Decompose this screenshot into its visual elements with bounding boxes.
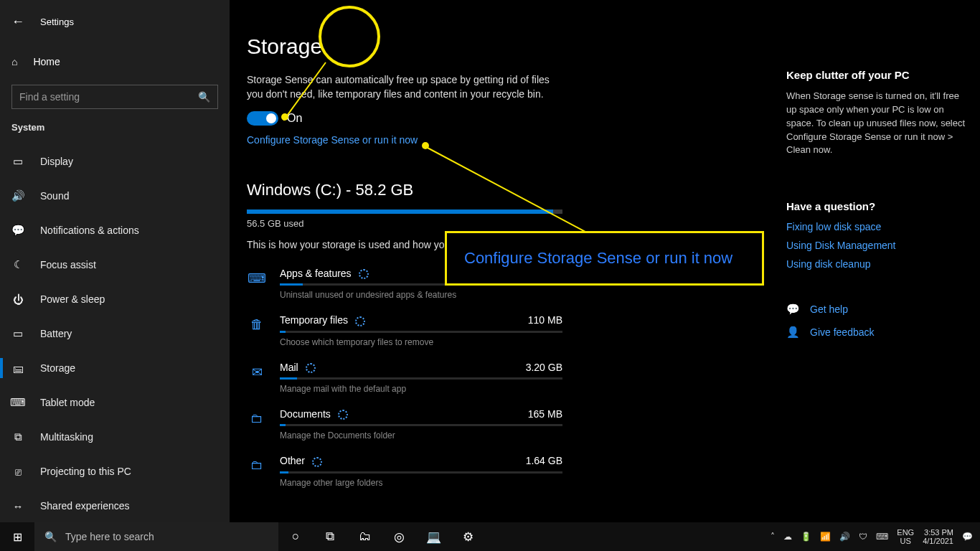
taskbar-app-remote[interactable]: 💻: [416, 522, 451, 551]
category-subtext: Manage other large folders: [280, 478, 562, 488]
nav-label: Display: [40, 156, 73, 167]
page-title: Storage: [247, 34, 980, 59]
nav-label: Battery: [40, 328, 72, 339]
configure-storage-sense-link[interactable]: Configure Storage Sense or run it now: [247, 134, 418, 146]
clock[interactable]: 3:53 PM4/1/2021: [923, 528, 953, 545]
main-content: Storage Storage Sense can automatically …: [230, 0, 980, 522]
nav-icon: ⧉: [11, 430, 24, 443]
sidebar-item-shared-experiences[interactable]: ↔Shared experiences: [0, 489, 230, 523]
battery-icon[interactable]: 🔋: [801, 532, 811, 542]
category-name: Documents: [280, 408, 348, 420]
taskbar-app-cortana[interactable]: ○: [278, 522, 313, 551]
nav-icon: ▭: [11, 155, 24, 168]
nav-label: Multitasking: [40, 431, 93, 443]
nav-icon: ▭: [11, 327, 24, 340]
storage-category-list: ⌨ Apps & features Uninstall unused or un…: [247, 260, 562, 494]
category-size: 110 MB: [528, 314, 562, 326]
nav-list: ▭Display🔊Sound💬Notifications & actions☾F…: [0, 144, 230, 523]
category-icon: 🗀: [247, 408, 267, 441]
sidebar-item-sound[interactable]: 🔊Sound: [0, 179, 230, 213]
storage-sense-toggle[interactable]: [247, 111, 278, 126]
sidebar-item-focus-assist[interactable]: ☾Focus assist: [0, 248, 230, 282]
search-icon: 🔍: [44, 531, 57, 542]
storage-category-mail[interactable]: ✉ Mail3.20 GB Manage mail with the defau…: [247, 354, 562, 401]
give-feedback-link[interactable]: 👤 Give feedback: [786, 326, 966, 339]
help-link-fixing-low-disk-space[interactable]: Fixing low disk space: [786, 221, 966, 232]
nav-label: Notifications & actions: [40, 225, 139, 236]
security-icon[interactable]: 🛡: [859, 532, 867, 542]
storage-category-apps-features[interactable]: ⌨ Apps & features Uninstall unused or un…: [247, 260, 562, 307]
category-icon: ⌨: [247, 268, 267, 300]
category-subtext: Manage the Documents folder: [280, 430, 562, 441]
keyboard-icon[interactable]: ⌨: [876, 532, 888, 542]
category-subtext: Manage mail with the default app: [280, 384, 562, 394]
back-icon[interactable]: ←: [11, 14, 24, 29]
taskbar-app-chrome[interactable]: ◎: [382, 522, 416, 551]
help-link-using-disk-management[interactable]: Using Disk Management: [786, 240, 966, 251]
nav-icon: ⌨: [11, 396, 24, 409]
storage-category-other[interactable]: 🗀 Other1.64 GB Manage other large folder…: [247, 448, 562, 494]
start-button[interactable]: ⊞: [0, 522, 34, 551]
help-link-using-disk-cleanup[interactable]: Using disk cleanup: [786, 258, 966, 270]
search-input[interactable]: Find a setting 🔍: [11, 85, 218, 109]
category-icon: ✉: [247, 362, 267, 394]
tray-chevron-icon[interactable]: ˄: [771, 532, 775, 542]
drive-usage-bar: [247, 209, 562, 214]
section-label: System: [0, 109, 230, 140]
sidebar-item-tablet-mode[interactable]: ⌨Tablet mode: [0, 385, 230, 420]
sidebar-item-storage[interactable]: 🖴Storage: [0, 351, 230, 385]
notifications-icon[interactable]: 💬: [962, 532, 973, 542]
sidebar-item-projecting-to-this-pc[interactable]: ⎚Projecting to this PC: [0, 454, 230, 489]
nav-icon: 🖴: [11, 362, 24, 375]
nav-label: Tablet mode: [40, 397, 95, 408]
storage-category-documents[interactable]: 🗀 Documents165 MB Manage the Documents f…: [247, 401, 562, 448]
home-nav[interactable]: ⌂ Home: [0, 47, 230, 76]
category-size: 165 MB: [528, 408, 562, 420]
sidebar-item-power-sleep[interactable]: ⏻Power & sleep: [0, 282, 230, 316]
category-name: Apps & features: [280, 268, 369, 279]
feedback-icon: 👤: [786, 326, 800, 339]
sidebar-item-notifications-actions[interactable]: 💬Notifications & actions: [0, 213, 230, 248]
language-indicator[interactable]: ENGUS: [897, 528, 914, 545]
nav-icon: 💬: [11, 224, 24, 237]
search-icon: 🔍: [198, 91, 210, 103]
help-icon: 💬: [786, 303, 800, 316]
sidebar: ← Settings ⌂ Home Find a setting 🔍 Syste…: [0, 0, 230, 522]
category-name: Other: [280, 455, 322, 466]
system-tray[interactable]: ˄ ☁ 🔋 📶 🔊 🛡 ⌨ ENGUS 3:53 PM4/1/2021 💬: [771, 528, 980, 545]
nav-icon: ↔: [11, 500, 24, 512]
toggle-state-label: On: [287, 112, 302, 125]
onedrive-icon[interactable]: ☁: [783, 532, 792, 542]
category-size: 1.64 GB: [526, 455, 562, 466]
storage-category-temporary-files[interactable]: 🗑 Temporary files110 MB Choose which tem…: [247, 307, 562, 354]
volume-icon[interactable]: 🔊: [839, 532, 850, 542]
taskbar-app-task-view[interactable]: ⧉: [313, 522, 347, 551]
category-size: 3.20 GB: [526, 362, 562, 373]
network-icon[interactable]: 📶: [820, 532, 831, 542]
search-placeholder: Find a setting: [19, 91, 80, 103]
taskbar-app-file-explorer[interactable]: 🗂: [347, 522, 382, 551]
home-icon: ⌂: [11, 56, 17, 67]
home-label: Home: [33, 56, 60, 67]
taskbar-search-placeholder: Type here to search: [65, 531, 154, 542]
nav-icon: ☾: [11, 258, 24, 271]
sidebar-item-display[interactable]: ▭Display: [0, 144, 230, 179]
category-subtext: Choose which temporary files to remove: [280, 337, 562, 347]
sidebar-item-multitasking[interactable]: ⧉Multitasking: [0, 420, 230, 454]
taskbar: ⊞ 🔍 Type here to search ○⧉🗂◎💻⚙ ˄ ☁ 🔋 📶 🔊…: [0, 522, 980, 551]
nav-label: Shared experiences: [40, 500, 130, 512]
category-icon: 🗀: [247, 455, 267, 487]
window-title: Settings: [40, 17, 74, 27]
nav-icon: ⎚: [11, 466, 24, 478]
clutter-body: When Storage sense is turned on, it'll f…: [786, 90, 966, 157]
nav-label: Focus assist: [40, 259, 96, 270]
category-icon: 🗑: [247, 314, 267, 347]
taskbar-search[interactable]: 🔍 Type here to search: [34, 522, 278, 551]
taskbar-app-settings[interactable]: ⚙: [451, 522, 485, 551]
category-name: Temporary files: [280, 314, 365, 326]
get-help-link[interactable]: 💬 Get help: [786, 303, 966, 316]
question-heading: Have a question?: [786, 200, 966, 212]
sidebar-item-battery[interactable]: ▭Battery: [0, 316, 230, 351]
right-panel: Keep clutter off your PC When Storage se…: [786, 69, 966, 339]
nav-icon: ⏻: [11, 293, 24, 306]
